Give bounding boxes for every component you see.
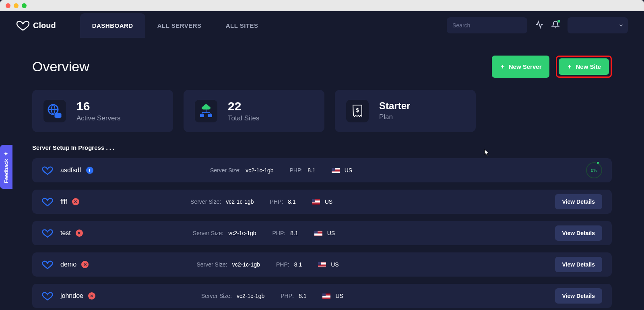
search-box[interactable] [447,17,527,33]
stat-total-sites: 22 Total Sites [184,90,324,132]
server-name: johndoe [60,292,83,300]
country-value: US [327,230,335,236]
size-value: vc2-1c-1gb [228,230,256,236]
heart-icon [16,20,30,31]
view-details-button[interactable]: View Details [555,288,602,304]
server-details: Server Size:vc2-1c-1gbPHP:8.1US [190,198,332,205]
search-input[interactable] [452,22,523,29]
brand-logo[interactable]: Cloud [16,20,56,31]
stat-plan: $ Starter Plan [335,90,476,132]
close-window-icon[interactable] [6,3,10,8]
heart-icon [42,197,53,207]
server-name: demo [60,261,76,268]
receipt-icon: $ [351,104,364,118]
server-details: Server Size:vc2-1c-1gbPHP:8.1US [201,293,343,299]
php-label: PHP: [290,167,303,174]
page-title: Overview [32,59,89,74]
view-details-button[interactable]: View Details [555,225,602,241]
country-value: US [345,167,352,174]
window-titlebar [0,0,644,11]
top-nav: Cloud DASHBOARD ALL SERVERS ALL SITES [0,11,644,39]
plus-icon [500,64,506,70]
stat-plan-label: Plan [379,113,410,121]
flag-icon [314,231,322,236]
size-value: vc2-1c-1gb [246,167,273,174]
size-label: Server Size: [193,230,223,236]
status-badge: ✕ [88,292,95,300]
stat-sites-value: 22 [228,99,259,113]
php-label: PHP: [270,198,283,205]
size-value: vc2-1c-1gb [232,261,260,268]
svg-text:$: $ [356,107,359,113]
heart-icon [42,260,53,269]
server-details: Server Size:vc2-1c-1gbPHP:8.1US [210,167,352,174]
new-site-button[interactable]: New Site [559,58,609,75]
sparkle-icon: ✦ [3,151,9,157]
main-content: Overview New Server New Site 16 Active S… [0,39,644,308]
notification-dot-icon [557,20,560,23]
server-name: test [60,229,71,237]
size-label: Server Size: [196,261,227,268]
activity-icon[interactable] [535,21,543,30]
nav-tabs: DASHBOARD ALL SERVERS ALL SITES [80,13,270,38]
country-value: US [335,293,343,299]
chevron-down-icon [618,23,624,28]
flag-icon [312,199,320,205]
heart-icon [42,228,53,238]
country-value: US [331,261,339,268]
status-badge: ! [86,167,93,174]
highlight-annotation: New Site [556,56,612,78]
php-label: PHP: [281,293,294,299]
tab-all-servers[interactable]: ALL SERVERS [145,13,214,38]
flag-icon [318,262,326,267]
php-value: 8.1 [299,293,306,299]
size-value: vc2-1c-1gb [237,293,264,299]
server-row[interactable]: demo✕Server Size:vc2-1c-1gbPHP:8.1USView… [32,252,612,277]
server-row[interactable]: johndoe✕Server Size:vc2-1c-1gbPHP:8.1USV… [32,284,612,308]
section-label: Server Setup In Progress . . . [32,144,612,151]
svg-rect-12 [200,114,204,117]
status-badge: ✕ [81,261,89,268]
server-name: asdfsdf [60,167,81,174]
flag-icon [322,293,330,299]
globe-db-icon [47,103,63,119]
view-details-button[interactable]: View Details [555,194,602,209]
network-icon [198,103,214,119]
status-badge: ✕ [76,229,83,237]
php-label: PHP: [276,261,289,268]
plus-icon [567,64,572,70]
stat-active-servers: 16 Active Servers [32,90,173,132]
user-menu[interactable] [568,17,628,33]
new-site-label: New Site [576,63,601,70]
notifications-icon[interactable] [551,21,559,30]
feedback-tab[interactable]: Feedback ✦ [0,145,12,189]
server-row[interactable]: ffff✕Server Size:vc2-1c-1gbPHP:8.1USView… [32,190,612,214]
php-value: 8.1 [308,167,315,174]
stat-plan-value: Starter [379,101,410,111]
view-details-button[interactable]: View Details [555,257,602,272]
stat-sites-label: Total Sites [228,114,259,122]
php-label: PHP: [272,230,286,236]
stat-servers-label: Active Servers [76,114,121,122]
new-server-button[interactable]: New Server [492,56,550,78]
new-server-label: New Server [509,63,542,70]
minimize-window-icon[interactable] [14,3,19,8]
server-row[interactable]: asdfsdf!Server Size:vc2-1c-1gbPHP:8.1US0… [32,158,612,182]
stat-servers-value: 16 [76,99,121,113]
size-value: vc2-1c-1gb [226,198,254,205]
server-details: Server Size:vc2-1c-1gbPHP:8.1US [193,230,335,236]
country-value: US [325,198,332,205]
heart-icon [42,165,53,175]
size-label: Server Size: [190,198,221,205]
php-value: 8.1 [288,198,295,205]
server-row[interactable]: test✕Server Size:vc2-1c-1gbPHP:8.1USView… [32,221,612,245]
progress-ring: 0% [586,162,602,178]
tab-dashboard[interactable]: DASHBOARD [80,13,145,38]
heart-icon [42,291,53,301]
svg-rect-13 [208,114,212,117]
size-label: Server Size: [210,167,241,174]
status-badge: ✕ [72,198,79,205]
tab-all-sites[interactable]: ALL SITES [214,13,270,38]
maximize-window-icon[interactable] [22,3,27,8]
server-details: Server Size:vc2-1c-1gbPHP:8.1US [196,261,339,268]
